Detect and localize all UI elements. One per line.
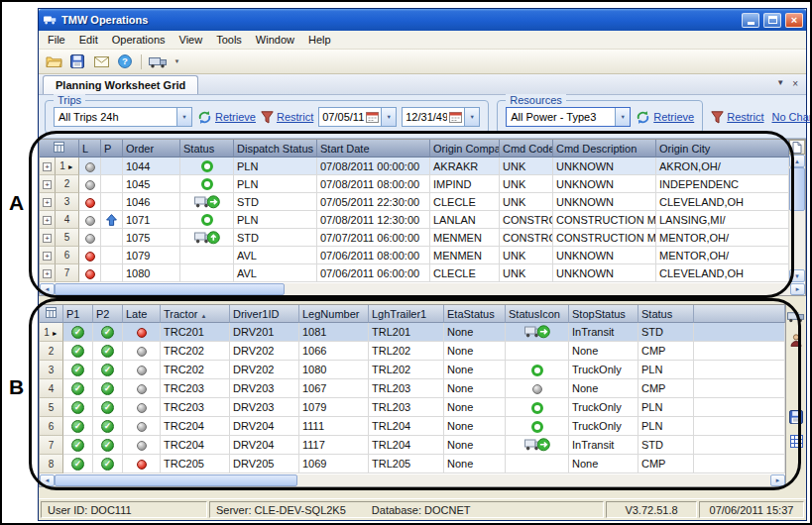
save-button[interactable] bbox=[66, 52, 88, 71]
column-chooser-button[interactable] bbox=[789, 140, 805, 155]
chevron-down-icon[interactable]: ▼ bbox=[176, 108, 191, 126]
expand-row-button[interactable]: + bbox=[40, 158, 56, 175]
date-from-picker[interactable]: 07/05/11 ▼ bbox=[318, 107, 397, 127]
resources-filter-select[interactable]: All Power - Type3 ▼ bbox=[506, 107, 631, 127]
expand-row-button[interactable]: + bbox=[40, 193, 56, 211]
scroll-left-button[interactable]: ◄ bbox=[40, 474, 55, 486]
column-header-origin-city[interactable]: Origin City bbox=[656, 140, 789, 158]
grid-b-row[interactable]: 1►✓✓TRC201DRV2011081TRL201NoneInTransitS… bbox=[40, 323, 785, 342]
scroll-track[interactable] bbox=[55, 474, 770, 486]
mail-button[interactable] bbox=[90, 52, 112, 71]
close-button[interactable]: × bbox=[785, 13, 803, 28]
column-header-dispatch-status[interactable]: Dispatch Status bbox=[234, 140, 317, 158]
menu-item-window[interactable]: Window bbox=[249, 32, 301, 48]
expand-icon[interactable]: + bbox=[43, 198, 52, 207]
scroll-thumb[interactable] bbox=[55, 474, 297, 486]
scroll-left-button[interactable]: ◄ bbox=[40, 283, 55, 295]
date-to-picker[interactable]: 12/31/49 ▼ bbox=[402, 107, 480, 127]
no-change-link[interactable]: No Change bbox=[772, 111, 812, 123]
column-header-statusicon[interactable]: StatusIcon bbox=[506, 305, 569, 323]
column-header-legnumber[interactable]: LegNumber bbox=[299, 305, 369, 323]
grid-a-row[interactable]: +71080AVL07/06/2011 06:00:00CLECLEUNKUNK… bbox=[40, 264, 789, 282]
scroll-down-button[interactable]: ▼ bbox=[789, 269, 805, 282]
grid-b-row[interactable]: 3✓✓TRC202DRV2021080TRL202NoneTruckOnlyPL… bbox=[40, 361, 785, 379]
column-header-p1[interactable]: P1 bbox=[63, 305, 93, 323]
column-header-driver1id[interactable]: Driver1ID bbox=[230, 305, 299, 323]
toolbar-overflow-button[interactable]: ▼ bbox=[171, 52, 183, 71]
scroll-right-button[interactable]: ► bbox=[790, 283, 805, 295]
column-header-cmd-code[interactable]: Cmd Code bbox=[500, 140, 553, 158]
dispatch-truck-button[interactable] bbox=[147, 52, 169, 71]
select-all-button[interactable] bbox=[40, 140, 79, 158]
open-folder-button[interactable] bbox=[43, 52, 64, 71]
chevron-down-icon[interactable]: ▼ bbox=[615, 108, 630, 126]
tab-list-chevron-icon[interactable]: ▼ bbox=[776, 78, 784, 89]
column-header-lghtrailer1[interactable]: LghTrailer1 bbox=[369, 305, 444, 323]
menu-item-tools[interactable]: Tools bbox=[209, 32, 249, 48]
column-header-etastatus[interactable]: EtaStatus bbox=[444, 305, 506, 323]
expand-icon[interactable]: + bbox=[43, 269, 52, 278]
chevron-down-icon[interactable]: ▼ bbox=[381, 108, 396, 126]
grid-b-row[interactable]: 5✓✓TRC203DRV2031079TRL203NoneTruckOnlyPL… bbox=[40, 398, 785, 417]
grid-a-row[interactable]: +1►1044PLN07/08/2011 00:00:00AKRAKRUNKUN… bbox=[40, 158, 789, 175]
grid-b-row[interactable]: 4✓✓TRC203DRV2031067TRL203NoneNoneCMP bbox=[40, 379, 785, 398]
trips-filter-select[interactable]: All Trips 24h ▼ bbox=[54, 107, 192, 127]
tab-planning-worksheet-grid[interactable]: Planning Worksheet Grid bbox=[43, 75, 198, 94]
column-header-stopstatus[interactable]: StopStatus bbox=[569, 305, 638, 323]
column-header-p2[interactable]: P2 bbox=[93, 305, 123, 323]
grid-b-row[interactable]: 6✓✓TRC204DRV2041111TRL204NoneTruckOnlyPL… bbox=[40, 417, 785, 436]
menu-item-help[interactable]: Help bbox=[301, 32, 338, 48]
tab-close-icon[interactable]: × bbox=[792, 78, 798, 89]
title-bar[interactable]: TMW Operations × bbox=[39, 9, 806, 31]
grid-a-row[interactable]: +41071PLN07/08/2011 12:30:00LANLANCONSTR… bbox=[40, 211, 789, 229]
menu-item-file[interactable]: File bbox=[41, 32, 72, 48]
expand-icon[interactable]: + bbox=[43, 252, 52, 261]
expand-icon[interactable]: + bbox=[43, 234, 52, 243]
select-all-button[interactable] bbox=[40, 305, 63, 323]
dispatch-truck-button[interactable] bbox=[787, 308, 805, 324]
menu-item-edit[interactable]: Edit bbox=[72, 32, 105, 48]
menu-item-operations[interactable]: Operations bbox=[105, 32, 173, 48]
scroll-track[interactable] bbox=[789, 167, 805, 269]
column-header-order[interactable]: Order bbox=[123, 140, 180, 158]
grid-a-row[interactable]: +31046STD07/05/2011 22:30:00CLECLEUNKUNK… bbox=[40, 193, 789, 211]
chevron-down-icon[interactable]: ▼ bbox=[464, 108, 479, 126]
column-header-origin-compan[interactable]: Origin Compan bbox=[430, 140, 500, 158]
grid-a-horizontal-scrollbar[interactable]: ◄ ► bbox=[40, 282, 805, 295]
grid-a-vertical-scrollbar[interactable]: ▲ ▼ bbox=[789, 140, 805, 282]
expand-row-button[interactable]: + bbox=[40, 229, 56, 247]
expand-icon[interactable]: + bbox=[43, 162, 52, 171]
column-header-cmd-description[interactable]: Cmd Description bbox=[553, 140, 656, 158]
grid-b-horizontal-scrollbar[interactable]: ◄ ► bbox=[40, 473, 785, 486]
expand-row-button[interactable]: + bbox=[40, 211, 56, 229]
expand-row-button[interactable]: + bbox=[40, 175, 56, 193]
help-button[interactable]: ? bbox=[114, 52, 136, 71]
maximize-button[interactable] bbox=[763, 13, 781, 28]
expand-icon[interactable]: + bbox=[43, 180, 52, 189]
column-header-status[interactable]: Status bbox=[180, 140, 234, 158]
trips-restrict-button[interactable]: Restrict bbox=[261, 111, 313, 124]
column-header-p[interactable]: P bbox=[101, 140, 123, 158]
resources-retrieve-button[interactable]: Retrieve bbox=[636, 110, 694, 125]
planner-grid-button[interactable] bbox=[787, 433, 805, 449]
scroll-thumb[interactable] bbox=[55, 283, 285, 295]
expand-row-button[interactable]: + bbox=[40, 264, 56, 282]
scroll-track[interactable] bbox=[55, 283, 790, 295]
driver-button[interactable] bbox=[787, 332, 805, 348]
scroll-right-button[interactable]: ► bbox=[770, 474, 785, 486]
scroll-up-button[interactable]: ▲ bbox=[789, 155, 805, 167]
resources-restrict-button[interactable]: Restrict bbox=[711, 111, 763, 124]
scroll-thumb[interactable] bbox=[789, 167, 805, 211]
expand-icon[interactable]: + bbox=[43, 216, 52, 225]
expand-row-button[interactable]: + bbox=[40, 247, 56, 264]
column-header-tractor[interactable]: Tractor▲ bbox=[161, 305, 230, 323]
grid-b-row[interactable]: 2✓✓TRC202DRV2021066TRL202NoneNoneCMP bbox=[40, 342, 785, 361]
save-button[interactable] bbox=[787, 409, 805, 425]
grid-a-row[interactable]: +21045PLN07/08/2011 08:00:00IMPINDUNKUNK… bbox=[40, 175, 789, 193]
column-header-start-date[interactable]: Start Date bbox=[317, 140, 430, 158]
grid-a-row[interactable]: +61079AVL07/06/2011 08:00:00MENMENUNKUNK… bbox=[40, 247, 789, 264]
trips-retrieve-button[interactable]: Retrieve bbox=[197, 110, 256, 125]
minimize-button[interactable] bbox=[742, 13, 759, 28]
column-header-l[interactable]: L bbox=[79, 140, 101, 158]
column-header-status[interactable]: Status bbox=[638, 305, 694, 323]
